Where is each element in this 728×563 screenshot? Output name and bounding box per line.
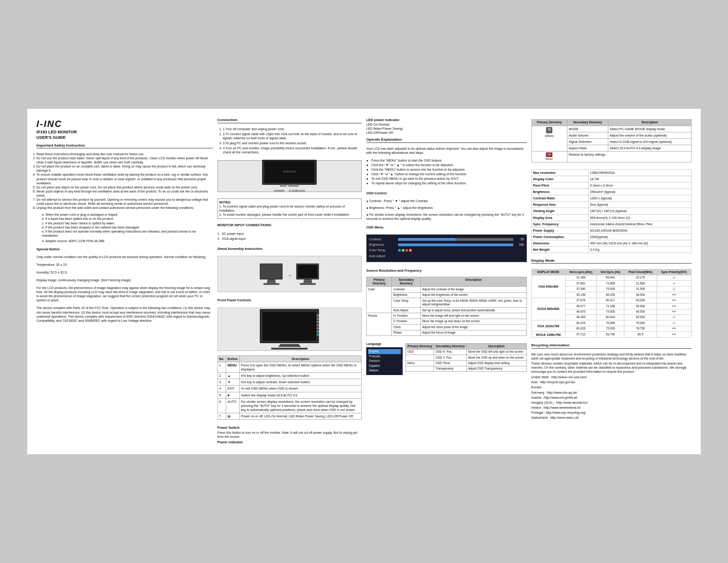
url-us: United State : http://www.i-inc-usa.com/ xyxy=(531,375,692,379)
safety-item-1: Read these instructions thoroughly and k… xyxy=(36,152,213,156)
dm-col-horiz: Horiz.sync.(kHz) xyxy=(565,269,597,275)
brand-name: I-INC xyxy=(36,118,213,130)
column-osd: LED power indicator LED-On Normal; LED f… xyxy=(366,118,527,445)
language-box: English Français Deutsch Español Italian… xyxy=(366,347,403,375)
safety-item-6: Never push objects of any kind through t… xyxy=(36,189,213,198)
lang-french: Français xyxy=(368,354,401,359)
stand-assembly-title: Stand Assembly Instruction xyxy=(217,247,362,251)
recycling-text-2: These devices contain recyclable materia… xyxy=(531,361,692,374)
stand-assembly-diagram: → xyxy=(217,256,362,292)
lang-spanish: Español xyxy=(368,364,401,368)
safety-section-title: Important Safety Instruction xyxy=(36,143,213,148)
safety-list: Read these instructions thoroughly and k… xyxy=(36,152,213,210)
spec-row-display-color: Display Color 16.7M xyxy=(531,176,692,182)
table-row: 4 EXIT To exit OSD MENU when OSD is show… xyxy=(217,385,361,392)
power-label: POWER xyxy=(274,189,284,193)
fcc-text: The device complies with Parts 15 of the… xyxy=(36,306,213,322)
osd-contrast-item: Contrast 50 xyxy=(369,237,524,241)
bullet-5: ● To exit OSD MENU or go back to the pre… xyxy=(366,177,527,181)
special-notice-text: Only under normal condition can the qual… xyxy=(36,255,213,259)
power-indicator-title: Power Indicator xyxy=(217,440,362,445)
connection-list: 1.Turn off computer and unplug power cor… xyxy=(217,127,362,156)
table-row: ↺ Reset- Restore to factory seltings xyxy=(531,152,692,162)
spec-row-power-consumption: Power Consumption 20W(typical) xyxy=(531,233,692,240)
source-freq-table: Primary Directory Secondary Directory De… xyxy=(366,277,527,336)
table-row: Transparency Adjust OSD Transparency xyxy=(406,366,527,371)
bullet-1: ● Press the "MENU" button to start the O… xyxy=(366,158,527,162)
spec-row-viewing-angle: Viewing Angle 160°(H) / 160°(V) (typical… xyxy=(531,208,692,214)
recycling-text-1: We care very much about our environment … xyxy=(531,352,692,360)
spec-row-response: Response time 5ms (typical) xyxy=(531,202,692,208)
language-label: Language xyxy=(366,342,403,346)
spec-row-dimension: Dimension 455 mm (W) X315 mm (H) X 188 m… xyxy=(531,240,692,246)
power-switch-text: Press this button to turn on or off the … xyxy=(217,431,362,439)
osd-col-desc: Description xyxy=(466,344,526,349)
input-connections: 1. AC power input 2. VGA signal input xyxy=(217,232,362,241)
safety-item-5: Do not place any object on the power cor… xyxy=(36,185,213,189)
spec-row-display-area: Display Area 409.8mm(H) X 230.4mm (V) xyxy=(531,214,692,221)
table-row: 1 MENU Press it to open the OSD MENU, to… xyxy=(217,362,361,373)
humidity-text: Humidity: 52.5 ± 32.5; xyxy=(36,270,213,274)
safety-item-7: Do not attempt to service this product b… xyxy=(36,198,213,206)
spec-row-contrast: Contrast Ratio 1000:1 (typical) xyxy=(531,195,692,202)
lang-german: Deutsch xyxy=(368,359,401,363)
spec-row-brightness: Brightness 250cd/m² (typical) xyxy=(531,189,692,195)
notes-label: NOTES: xyxy=(219,201,231,204)
osd-brightness-text: ● Brightness: Press " ▲ " adjust the Bri… xyxy=(366,206,527,210)
guide-subtitle: USER'S GUIDE xyxy=(36,135,213,141)
ps-col-secondary: Secondary Directory xyxy=(567,120,608,126)
front-panel-diagram xyxy=(217,308,362,351)
safety-item-2: Do not use the product near water. Never… xyxy=(36,156,213,164)
osd-menu-title: OSD Menu xyxy=(366,225,527,230)
table-row: 7 ⏻ Power on or off; LED-On Normal; LED … xyxy=(217,413,361,419)
special-notice-title: Special Notice xyxy=(36,247,213,252)
dm-col-sync-pol: Sync.Polarity(H/V) xyxy=(657,269,691,275)
column-connection: Connection 1.Turn off computer and unplu… xyxy=(217,118,362,445)
osd-menu-box: Contrast 50 Brightness 100 Color Temp xyxy=(366,234,527,262)
osd-brightness-item: Brightness 100 xyxy=(369,243,524,247)
operate-bullets: ● Press the "MENU" button to start the O… xyxy=(366,158,527,186)
primary-secondary-table: Primary Directory Secondary Directory De… xyxy=(531,119,692,162)
src-col-secondary: Secondary Directory xyxy=(392,277,420,287)
specs-table: Max resolution 1366x768/WXGA Display Col… xyxy=(531,169,692,253)
dm-col-pixel: Pixel Clock(MHz) xyxy=(624,269,657,275)
display-mode-table: DISPLAY MODE Horiz.sync.(kHz) Vert.Sync.… xyxy=(531,269,692,338)
notes-box: NOTES: 1. To connect signal cable and pl… xyxy=(217,198,362,218)
osd-auto-adjust-item: Auto Adjust xyxy=(369,254,524,258)
power-switch-section: Power Switch Press this button to turn o… xyxy=(217,424,362,445)
brand-logo: I-INC iP193 LED MONITOR USER'S GUIDE xyxy=(36,118,213,140)
note-1: 1. To connect signal cable and plug powe… xyxy=(219,204,360,213)
monitor-back-diagram: MONITOR POWER D-SUB(VGA) xyxy=(217,160,362,192)
spec-row-power-supply: Power Supply AC100-240Volt @60/50Hz xyxy=(531,227,692,233)
note-2: 2. To avoid monitor damaged, please hand… xyxy=(219,213,360,217)
button-table: No. Button Description 1 MENU Press it t… xyxy=(217,355,362,420)
column-safety: I-INC iP193 LED MONITOR USER'S GUIDE Imp… xyxy=(36,118,213,445)
led-indicator-title: LED power indicator xyxy=(366,118,399,122)
vga-port-icon xyxy=(288,184,298,187)
display-image-text: Display image: continuously changing ima… xyxy=(36,278,213,282)
osd-col-secondary: Secondary Directory xyxy=(434,344,467,349)
table-row: ⚙ Others MODE Select PC GAME MOVIE displ… xyxy=(531,126,692,132)
osd-similar-screen-text: ● For similar screen display resolutions… xyxy=(366,213,527,221)
bullet-6: ● To repeat above steps for changing the… xyxy=(366,181,527,185)
input-1-label: AC power input xyxy=(222,232,244,236)
spec-row-pixel-pitch: Pixel Pitch 0.3mm x 0.3mm xyxy=(531,183,692,189)
url-germany: Germany : http://www.vfw-ag.de/ xyxy=(531,391,692,395)
table-row: OSD V. Pos. Move the OSD up and down on … xyxy=(406,355,527,360)
spec-row-weight: Net Weight 3.3 Kg xyxy=(531,246,692,253)
osd-contrast-text: ● Contrast : Press " ▼ " adjust the Cont… xyxy=(366,199,527,203)
dm-col-vert: Vert.Sync.(Hz) xyxy=(597,269,624,275)
url-ireland: Ireland : http://www.weeeireland.ie/ xyxy=(531,406,692,410)
conn-item-4: 4.Turn on PC and monitor, image possibil… xyxy=(223,146,362,154)
table-row: Color Contrast Adjust the contrast of th… xyxy=(367,287,527,292)
safety-item-8: Unplug this product from the wall outlet… xyxy=(36,206,213,210)
table-row: OSD OSD H. Pos. Move the OSD left and ri… xyxy=(406,349,527,355)
dsub-vga-label: D-SUB(VGA) xyxy=(289,189,305,193)
recycling-section: We care very much about our environment … xyxy=(531,352,692,421)
temperature-text: Temperature: 20 ± 15; xyxy=(36,263,213,267)
operate-explanation-title: Operate Explanation xyxy=(366,137,527,142)
display-mode-title: Display Mode xyxy=(531,259,692,264)
table-row: Menu OSD Timer Adjust OSD display time s… xyxy=(406,360,527,366)
table-row: VGA 640x480 31.46959.94025.175-/- xyxy=(531,275,692,280)
btn-col-btn: Button xyxy=(226,356,240,362)
